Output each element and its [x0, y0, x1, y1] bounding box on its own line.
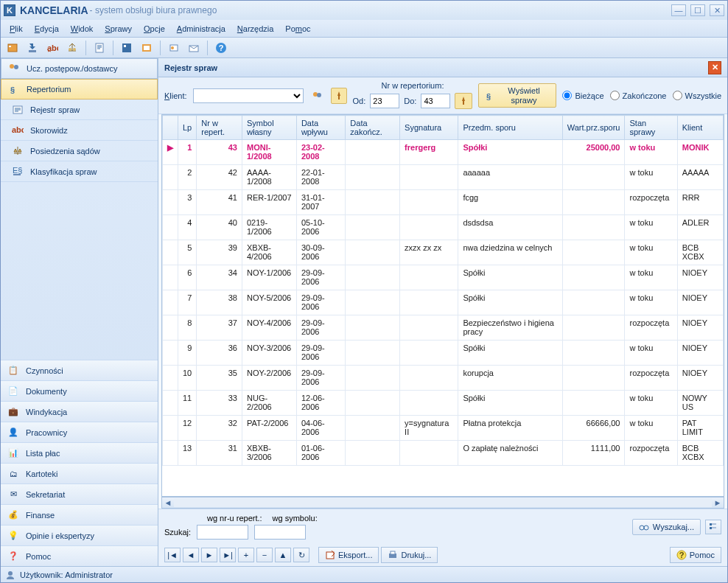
classify-icon: E§ [11, 166, 24, 178]
svg-point-12 [171, 46, 174, 49]
scroll-right-icon[interactable]: ► [712, 498, 724, 507]
sidebar-bottom-windykacja[interactable]: 💼Windykacja [1, 401, 158, 422]
table-row[interactable]: 4400219-1/200605-10-2006dsdsdsaw tokuADL… [163, 215, 724, 240]
search-nr-input[interactable] [197, 525, 248, 540]
col-header[interactable]: Nr w repert. [197, 116, 242, 140]
table-row[interactable]: 1133NUG-2/200612-06-2006Spółkiw tokuNOWY… [163, 391, 724, 416]
close-button[interactable]: ✕ [710, 4, 724, 16]
sidebar-bottom-kartoteki[interactable]: 🗂Kartoteki [1, 463, 158, 483]
menu-plik[interactable]: Plik [5, 22, 27, 35]
sidebar-bottom-dokumenty[interactable]: 📄Dokumenty [1, 380, 158, 401]
radio-wszystkie[interactable]: Wszystkie [673, 91, 722, 100]
col-header[interactable]: Klient [677, 116, 723, 140]
sidebar-item-skorowidz[interactable]: abc Skorowidz [1, 120, 158, 141]
do-input[interactable] [421, 94, 450, 108]
radio-zakonczone[interactable]: Zakończone [610, 91, 667, 100]
nav-up-button[interactable]: ▲ [275, 548, 291, 562]
client-picker-icon[interactable] [309, 88, 325, 104]
scroll-left-icon[interactable]: ◄ [162, 498, 174, 507]
sidebar-item-rejestr[interactable]: Rejestr spraw [1, 100, 158, 120]
col-header[interactable]: Data zakończ. [346, 116, 400, 140]
col-header[interactable]: Data wpływu [296, 116, 345, 140]
menu-edycja[interactable]: Edycja [30, 22, 63, 35]
table-row[interactable]: 1035NOY-2/200629-09-2006korupcjarozpoczę… [163, 366, 724, 391]
sidebar-bottom-pomoc[interactable]: ❓Pomoc [1, 545, 158, 566]
table-row[interactable]: 1331XBXB-3/200601-06-2006O zapłatę należ… [163, 441, 724, 466]
search-sym-input[interactable] [254, 525, 306, 540]
table-row[interactable]: 539XBXB-4/200630-09-2006zxzx zx zxnwa dz… [163, 240, 724, 265]
nav-add-button[interactable]: + [238, 548, 254, 562]
table-row[interactable]: 837NOY-4/200629-09-2006Bezpieczeństwo i … [163, 315, 724, 341]
table-row[interactable]: 936NOY-3/200629-09-2006Spółkiw tokuNIOEY [163, 341, 724, 366]
od-input[interactable] [370, 94, 399, 108]
menu-pomoc[interactable]: Pomoc [281, 22, 315, 35]
sidebar-bottom-finanse[interactable]: 💰Finanse [1, 504, 158, 525]
panel-close-button[interactable]: ✕ [708, 61, 721, 74]
table-row[interactable]: 738NOY-5/200629-09-2006Spółkiw tokuNIOEY [163, 290, 724, 315]
nav-first-button[interactable]: |◄ [164, 548, 181, 562]
sidebar-bottom-sekretariat[interactable]: ✉Sekretariat [1, 483, 158, 504]
scales-icon [11, 145, 24, 157]
toolbar-btn-2[interactable] [24, 40, 41, 56]
sidebar-bottom-lista-płac[interactable]: 📊Lista płac [1, 442, 158, 463]
horizontal-scrollbar[interactable]: ◄ ► [161, 497, 724, 509]
toolbar-help-icon[interactable]: ? [212, 40, 230, 56]
maximize-button[interactable]: ☐ [690, 4, 705, 16]
radio-biezace[interactable]: Bieżące [562, 91, 603, 100]
toolbar-btn-1[interactable] [4, 40, 21, 56]
svg-rect-26 [463, 101, 464, 105]
nav-prev-button[interactable]: ◄ [183, 548, 199, 562]
col-header[interactable]: Przedm. sporu [458, 116, 562, 140]
menu-administracja[interactable]: Administracja [172, 22, 230, 35]
toolbar-btn-6[interactable] [118, 40, 136, 56]
col-header[interactable]: Symbol własny [242, 116, 297, 140]
export-button[interactable]: Eksport... [318, 547, 379, 563]
svg-rect-8 [124, 45, 126, 47]
menu-sprawy[interactable]: Sprawy [100, 22, 136, 35]
sidebar-bottom-czynności[interactable]: 📋Czynności [1, 360, 158, 380]
nav-icon: 📋 [7, 366, 20, 375]
toolbar-btn-8[interactable] [165, 40, 183, 56]
toolbar-btn-7[interactable] [138, 40, 155, 56]
cases-grid[interactable]: LpNr w repert.Symbol własnyData wpływuDa… [161, 114, 724, 497]
sidebar-header-uczestnicy[interactable]: Ucz. postępow./dostawcy [1, 58, 158, 79]
show-cases-button[interactable]: § Wyświetl sprawy [478, 83, 556, 107]
sidebar-item-label: Sekretariat [26, 490, 65, 499]
toolbar-btn-3[interactable]: abc [43, 40, 61, 56]
nav-remove-button[interactable]: − [256, 548, 273, 562]
col-header[interactable]: Stan sprawy [625, 116, 677, 140]
menu-opcje[interactable]: Opcje [139, 22, 169, 35]
help-button[interactable]: ? Pomoc [670, 547, 721, 563]
sidebar-item-klasyfikacja[interactable]: E§ Klasyfikacja spraw [1, 161, 158, 182]
table-row[interactable]: 1232PAT-2/200604-06-2006y=sygnatura IIPł… [163, 416, 724, 441]
range-search-icon[interactable] [455, 93, 472, 109]
nav-next-button[interactable]: ► [201, 548, 217, 562]
minimize-button[interactable]: — [671, 4, 686, 16]
table-row[interactable]: ▶143MONI-1/200823-02-2008frergergSpółki2… [163, 140, 724, 165]
toolbar-btn-9[interactable] [185, 40, 203, 56]
search-button[interactable]: Wyszukaj... [632, 519, 701, 535]
print-button[interactable]: Drukuj... [381, 547, 438, 563]
col-header[interactable]: Sygnatura [400, 116, 458, 140]
sidebar-item-label: Klasyfikacja spraw [30, 167, 97, 176]
table-row[interactable]: 634NOY-1/200629-09-2006Spółkiw tokuNIOEY [163, 265, 724, 290]
client-search-icon[interactable] [331, 88, 346, 104]
table-row[interactable]: 242AAAA-1/200822-01-2008aaaaaaw tokuAAAA… [163, 165, 724, 190]
toolbar-btn-5[interactable] [91, 40, 108, 56]
nav-last-button[interactable]: ►| [220, 548, 236, 562]
sidebar-item-repertorium[interactable]: § Repertorium [1, 79, 158, 100]
sidebar-item-posiedzenia[interactable]: Posiedzenia sądów [1, 141, 158, 161]
col-header[interactable]: Wart.prz.sporu [562, 116, 625, 140]
svg-point-29 [644, 526, 648, 530]
nav-refresh-button[interactable]: ↻ [293, 548, 309, 562]
menu-narzedzia[interactable]: Narzędzia [233, 22, 279, 35]
tree-options-button[interactable] [705, 520, 721, 534]
menu-widok[interactable]: Widok [66, 22, 98, 35]
sidebar-bottom-opinie-i-ekspertyzy[interactable]: 💡Opinie i ekspertyzy [1, 525, 158, 545]
sidebar-bottom-pracownicy[interactable]: 👤Pracownicy [1, 422, 158, 442]
client-select[interactable] [193, 88, 304, 103]
sidebar-item-label: Skorowidz [30, 126, 68, 135]
table-row[interactable]: 341RER-1/200731-01-2007fcggrozpoczętaRRR [163, 190, 724, 215]
toolbar-btn-4[interactable] [63, 40, 81, 56]
col-header[interactable]: Lp [178, 116, 197, 140]
